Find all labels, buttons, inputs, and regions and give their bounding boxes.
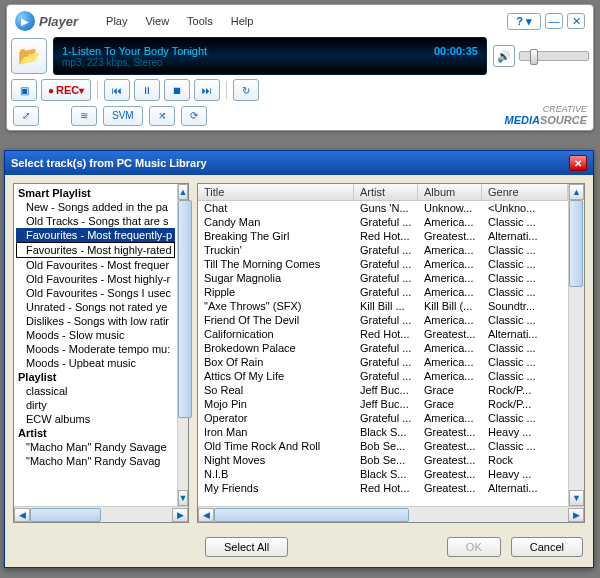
table-row[interactable]: Till The Morning ComesGrateful ...Americ…	[198, 257, 568, 271]
table-row[interactable]: Sugar MagnoliaGrateful ...America...Clas…	[198, 271, 568, 285]
cell-album: Greatest...	[418, 481, 482, 495]
list-item[interactable]: Moods - Slow music	[16, 328, 175, 342]
col-album[interactable]: Album	[418, 184, 482, 200]
vscroll-thumb[interactable]	[178, 200, 192, 418]
table-row[interactable]: Box Of RainGrateful ...America...Classic…	[198, 355, 568, 369]
list-item[interactable]: Favourites - Most highly-rated	[16, 242, 175, 258]
list-item[interactable]: "Macho Man" Randy Savag	[16, 454, 175, 468]
table-row[interactable]: Candy ManGrateful ...America...Classic .…	[198, 215, 568, 229]
table-row[interactable]: Iron ManBlack S...Greatest...Heavy ...	[198, 425, 568, 439]
vscroll[interactable]: ▲ ▼	[568, 184, 584, 506]
list-item[interactable]: Old Favourites - Most frequer	[16, 258, 175, 272]
player-window: ▶ Player Play View Tools Help ? ▾ — ✕ 📂 …	[6, 4, 594, 131]
hscroll-thumb[interactable]	[30, 508, 101, 522]
table-row[interactable]: Mojo PinJeff Buc...GraceRock/P...	[198, 397, 568, 411]
menu-view[interactable]: View	[145, 15, 169, 27]
scroll-left-icon[interactable]: ◀	[198, 508, 214, 522]
table-row[interactable]: Brokedown PalaceGrateful ...America...Cl…	[198, 341, 568, 355]
svm-button[interactable]: SVM	[103, 106, 143, 126]
select-all-button[interactable]: Select All	[205, 537, 288, 557]
cell-genre: Rock	[482, 453, 568, 467]
table-row[interactable]: Truckin'Grateful ...America...Classic ..…	[198, 243, 568, 257]
list-item[interactable]: Old Tracks - Songs that are s	[16, 214, 175, 228]
stop-button[interactable]: ⏹	[164, 79, 190, 101]
table-row[interactable]: OperatorGrateful ...America...Classic ..…	[198, 411, 568, 425]
list-item[interactable]: Favourites - Most frequently-p	[16, 228, 175, 242]
close-button[interactable]: ✕	[567, 13, 585, 29]
table-row[interactable]: So RealJeff Buc...GraceRock/P...	[198, 383, 568, 397]
scroll-left-icon[interactable]: ◀	[14, 508, 30, 522]
col-genre[interactable]: Genre	[482, 184, 568, 200]
cancel-button[interactable]: Cancel	[511, 537, 583, 557]
hscroll[interactable]: ◀ ▶	[198, 506, 584, 522]
vscroll-thumb[interactable]	[569, 200, 583, 287]
table-row[interactable]: Night MovesBob Se...Greatest...Rock	[198, 453, 568, 467]
list-item[interactable]: classical	[16, 384, 175, 398]
table-row[interactable]: N.I.BBlack S...Greatest...Heavy ...	[198, 467, 568, 481]
open-file-button[interactable]: 📂	[11, 38, 47, 74]
vscroll[interactable]: ▲ ▼	[177, 184, 189, 506]
eq-button[interactable]: ≋	[71, 106, 97, 126]
pause-button[interactable]: ⏸	[134, 79, 160, 101]
table-row[interactable]: Friend Of The DevilGrateful ...America..…	[198, 313, 568, 327]
table-row[interactable]: My FriendsRed Hot...Greatest...Alternati…	[198, 481, 568, 495]
scroll-right-icon[interactable]: ▶	[568, 508, 584, 522]
menu-tools[interactable]: Tools	[187, 15, 213, 27]
menu-play[interactable]: Play	[106, 15, 127, 27]
list-item[interactable]: Moods - Upbeat music	[16, 356, 175, 370]
list-item[interactable]: Unrated - Songs not rated ye	[16, 300, 175, 314]
vscroll-track[interactable]	[178, 200, 189, 490]
record-button[interactable]: REC ▾	[41, 79, 91, 101]
prev-button[interactable]: ⏮	[104, 79, 130, 101]
table-row[interactable]: Breaking The GirlRed Hot...Greatest...Al…	[198, 229, 568, 243]
shuffle-button[interactable]: ⤨	[149, 106, 175, 126]
col-artist[interactable]: Artist	[354, 184, 418, 200]
scroll-down-icon[interactable]: ▼	[569, 490, 584, 506]
player-header: ▶ Player Play View Tools Help ? ▾ — ✕	[11, 9, 589, 33]
mode-button[interactable]: ▣	[11, 79, 37, 101]
transport-bar: ▣ REC ▾ ⏮ ⏸ ⏹ ⏭ ↻	[11, 79, 589, 101]
volume-thumb[interactable]	[530, 49, 538, 65]
dialog-close-button[interactable]: ✕	[569, 155, 587, 171]
list-item[interactable]: Old Favourites - Songs I usec	[16, 286, 175, 300]
cell-album: America...	[418, 243, 482, 257]
hscroll-track[interactable]	[214, 508, 568, 522]
table-row[interactable]: ChatGuns 'N...Unknow...<Unkno...	[198, 201, 568, 215]
list-item[interactable]: dirty	[16, 398, 175, 412]
list-item[interactable]: "Macho Man" Randy Savage	[16, 440, 175, 454]
loop-button[interactable]: ⟳	[181, 106, 207, 126]
speaker-icon[interactable]: 🔊	[493, 45, 515, 67]
hscroll[interactable]: ◀ ▶	[14, 506, 188, 522]
table-row[interactable]: Attics Of My LifeGrateful ...America...C…	[198, 369, 568, 383]
table-row[interactable]: "Axe Throws" (SFX)Kill Bill ...Kill Bill…	[198, 299, 568, 313]
vscroll-track[interactable]	[569, 200, 584, 490]
scroll-up-icon[interactable]: ▲	[569, 184, 584, 200]
scroll-right-icon[interactable]: ▶	[172, 508, 188, 522]
branding: CREATIVE MEDIASOURCE	[504, 105, 587, 126]
list-item[interactable]: New - Songs added in the pa	[16, 200, 175, 214]
help-button[interactable]: ? ▾	[507, 13, 541, 30]
hscroll-track[interactable]	[30, 508, 172, 522]
cell-genre: Classic ...	[482, 355, 568, 369]
list-item[interactable]: ECW albums	[16, 412, 175, 426]
list-item[interactable]: Dislikes - Songs with low ratir	[16, 314, 175, 328]
list-item[interactable]: Moods - Moderate tempo mu:	[16, 342, 175, 356]
next-button[interactable]: ⏭	[194, 79, 220, 101]
menu-help[interactable]: Help	[231, 15, 254, 27]
expand-button[interactable]: ⤢	[13, 106, 39, 126]
scroll-up-icon[interactable]: ▲	[178, 184, 189, 200]
hscroll-thumb[interactable]	[214, 508, 409, 522]
cell-title: Breaking The Girl	[198, 229, 354, 243]
folder-icon: 📂	[18, 45, 40, 67]
minimize-button[interactable]: —	[545, 13, 563, 29]
table-row[interactable]: CalifornicationRed Hot...Greatest...Alte…	[198, 327, 568, 341]
ok-button[interactable]: OK	[447, 537, 501, 557]
scroll-down-icon[interactable]: ▼	[178, 490, 189, 506]
table-row[interactable]: RippleGrateful ...America...Classic ...	[198, 285, 568, 299]
col-title[interactable]: Title	[198, 184, 354, 200]
volume-slider[interactable]	[519, 51, 589, 61]
list-item[interactable]: Old Favourites - Most highly-r	[16, 272, 175, 286]
table-row[interactable]: Old Time Rock And RollBob Se...Greatest.…	[198, 439, 568, 453]
repeat-button[interactable]: ↻	[233, 79, 259, 101]
cell-title: Californication	[198, 327, 354, 341]
